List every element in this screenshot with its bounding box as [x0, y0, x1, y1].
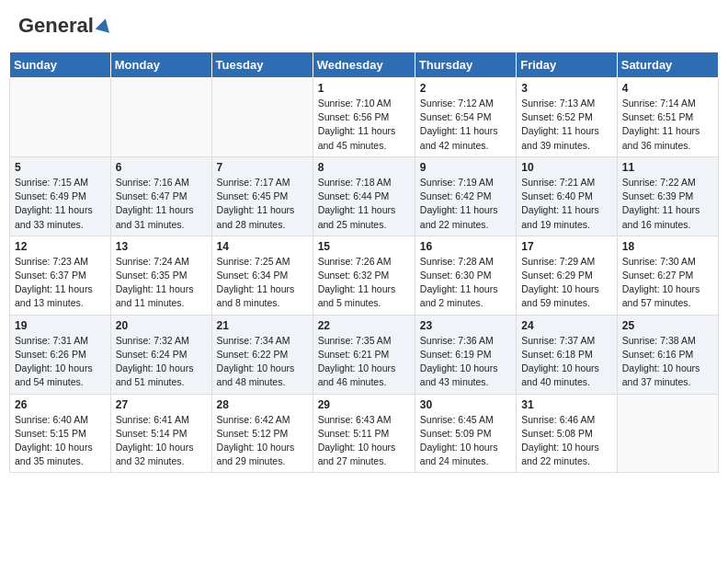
day-info: Sunrise: 7:30 AM Sunset: 6:27 PM Dayligh… — [622, 255, 713, 311]
day-info: Sunrise: 7:29 AM Sunset: 6:29 PM Dayligh… — [521, 255, 612, 311]
calendar-day-header: Tuesday — [211, 52, 313, 78]
calendar-day-cell: 5Sunrise: 7:15 AM Sunset: 6:49 PM Daylig… — [10, 156, 111, 236]
day-number: 9 — [420, 161, 511, 174]
day-info: Sunrise: 7:15 AM Sunset: 6:49 PM Dayligh… — [15, 176, 106, 232]
day-number: 14 — [217, 240, 308, 253]
calendar-day-cell: 27Sunrise: 6:41 AM Sunset: 5:14 PM Dayli… — [110, 394, 211, 473]
calendar-week-row: 26Sunrise: 6:40 AM Sunset: 5:15 PM Dayli… — [10, 394, 719, 473]
day-info: Sunrise: 7:21 AM Sunset: 6:40 PM Dayligh… — [521, 176, 612, 232]
day-number: 24 — [521, 319, 612, 332]
day-number: 4 — [622, 82, 713, 95]
calendar-day-cell: 26Sunrise: 6:40 AM Sunset: 5:15 PM Dayli… — [10, 394, 111, 473]
logo-text-general: General — [18, 14, 94, 38]
day-info: Sunrise: 7:18 AM Sunset: 6:44 PM Dayligh… — [318, 176, 410, 232]
svg-marker-0 — [96, 17, 112, 33]
day-info: Sunrise: 7:12 AM Sunset: 6:54 PM Dayligh… — [420, 97, 511, 153]
day-info: Sunrise: 7:14 AM Sunset: 6:51 PM Dayligh… — [622, 97, 713, 153]
calendar-day-cell — [617, 394, 718, 473]
day-info: Sunrise: 7:28 AM Sunset: 6:30 PM Dayligh… — [420, 255, 511, 311]
calendar-day-cell: 30Sunrise: 6:45 AM Sunset: 5:09 PM Dayli… — [415, 394, 516, 473]
day-number: 26 — [15, 398, 106, 411]
day-number: 17 — [521, 240, 612, 253]
day-number: 30 — [420, 398, 511, 411]
day-info: Sunrise: 6:42 AM Sunset: 5:12 PM Dayligh… — [217, 413, 308, 469]
calendar-day-cell: 7Sunrise: 7:17 AM Sunset: 6:45 PM Daylig… — [211, 156, 313, 236]
calendar-day-header: Wednesday — [313, 52, 415, 78]
day-info: Sunrise: 7:34 AM Sunset: 6:22 PM Dayligh… — [217, 334, 308, 390]
day-info: Sunrise: 7:25 AM Sunset: 6:34 PM Dayligh… — [217, 255, 308, 311]
day-number: 12 — [15, 240, 106, 253]
calendar-day-cell: 16Sunrise: 7:28 AM Sunset: 6:30 PM Dayli… — [415, 236, 516, 315]
calendar-day-cell: 4Sunrise: 7:14 AM Sunset: 6:51 PM Daylig… — [617, 78, 718, 157]
day-info: Sunrise: 7:32 AM Sunset: 6:24 PM Dayligh… — [116, 334, 207, 390]
day-info: Sunrise: 6:41 AM Sunset: 5:14 PM Dayligh… — [116, 413, 207, 469]
calendar-day-header: Friday — [517, 52, 618, 78]
day-info: Sunrise: 6:45 AM Sunset: 5:09 PM Dayligh… — [420, 413, 511, 469]
day-number: 13 — [116, 240, 207, 253]
calendar-day-cell: 14Sunrise: 7:25 AM Sunset: 6:34 PM Dayli… — [211, 236, 313, 315]
day-number: 29 — [318, 398, 410, 411]
calendar-day-cell: 24Sunrise: 7:37 AM Sunset: 6:18 PM Dayli… — [517, 315, 618, 394]
calendar-day-cell: 21Sunrise: 7:34 AM Sunset: 6:22 PM Dayli… — [211, 315, 313, 394]
day-info: Sunrise: 6:43 AM Sunset: 5:11 PM Dayligh… — [318, 413, 410, 469]
calendar-day-cell: 15Sunrise: 7:26 AM Sunset: 6:32 PM Dayli… — [313, 236, 415, 315]
calendar-week-row: 12Sunrise: 7:23 AM Sunset: 6:37 PM Dayli… — [10, 236, 719, 315]
calendar-day-cell: 31Sunrise: 6:46 AM Sunset: 5:08 PM Dayli… — [517, 394, 618, 473]
day-number: 5 — [15, 161, 106, 174]
day-number: 7 — [217, 161, 308, 174]
calendar-day-cell — [211, 78, 313, 157]
day-info: Sunrise: 7:16 AM Sunset: 6:47 PM Dayligh… — [116, 176, 207, 232]
day-number: 6 — [116, 161, 207, 174]
day-number: 21 — [217, 319, 308, 332]
calendar-day-cell: 6Sunrise: 7:16 AM Sunset: 6:47 PM Daylig… — [110, 156, 211, 236]
calendar-day-header: Monday — [110, 52, 211, 78]
calendar-day-cell — [110, 78, 211, 157]
day-info: Sunrise: 7:35 AM Sunset: 6:21 PM Dayligh… — [318, 334, 410, 390]
day-info: Sunrise: 7:10 AM Sunset: 6:56 PM Dayligh… — [318, 97, 410, 153]
calendar-day-cell: 19Sunrise: 7:31 AM Sunset: 6:26 PM Dayli… — [10, 315, 111, 394]
day-number: 31 — [521, 398, 612, 411]
day-number: 1 — [318, 82, 410, 95]
calendar-day-cell: 20Sunrise: 7:32 AM Sunset: 6:24 PM Dayli… — [110, 315, 211, 394]
calendar-week-row: 19Sunrise: 7:31 AM Sunset: 6:26 PM Dayli… — [10, 315, 719, 394]
page-header: General — [9, 9, 719, 42]
calendar-day-cell: 2Sunrise: 7:12 AM Sunset: 6:54 PM Daylig… — [415, 78, 516, 157]
day-info: Sunrise: 7:31 AM Sunset: 6:26 PM Dayligh… — [15, 334, 106, 390]
calendar-day-cell: 3Sunrise: 7:13 AM Sunset: 6:52 PM Daylig… — [517, 78, 618, 157]
day-number: 8 — [318, 161, 410, 174]
calendar-week-row: 1Sunrise: 7:10 AM Sunset: 6:56 PM Daylig… — [10, 78, 719, 157]
day-number: 2 — [420, 82, 511, 95]
logo-triangle-icon — [96, 17, 112, 37]
day-info: Sunrise: 6:40 AM Sunset: 5:15 PM Dayligh… — [15, 413, 106, 469]
logo: General — [18, 14, 112, 38]
calendar-day-cell: 17Sunrise: 7:29 AM Sunset: 6:29 PM Dayli… — [517, 236, 618, 315]
calendar-header-row: SundayMondayTuesdayWednesdayThursdayFrid… — [10, 52, 719, 78]
day-number: 23 — [420, 319, 511, 332]
calendar-day-cell — [10, 78, 111, 157]
day-number: 27 — [116, 398, 207, 411]
day-number: 11 — [622, 161, 713, 174]
day-info: Sunrise: 7:23 AM Sunset: 6:37 PM Dayligh… — [15, 255, 106, 311]
day-info: Sunrise: 7:19 AM Sunset: 6:42 PM Dayligh… — [420, 176, 511, 232]
calendar-day-cell: 13Sunrise: 7:24 AM Sunset: 6:35 PM Dayli… — [110, 236, 211, 315]
day-number: 15 — [318, 240, 410, 253]
day-number: 16 — [420, 240, 511, 253]
calendar-day-cell: 12Sunrise: 7:23 AM Sunset: 6:37 PM Dayli… — [10, 236, 111, 315]
day-info: Sunrise: 6:46 AM Sunset: 5:08 PM Dayligh… — [521, 413, 612, 469]
day-info: Sunrise: 7:22 AM Sunset: 6:39 PM Dayligh… — [622, 176, 713, 232]
calendar-table: SundayMondayTuesdayWednesdayThursdayFrid… — [9, 52, 719, 473]
calendar-day-cell: 10Sunrise: 7:21 AM Sunset: 6:40 PM Dayli… — [517, 156, 618, 236]
day-info: Sunrise: 7:36 AM Sunset: 6:19 PM Dayligh… — [420, 334, 511, 390]
day-number: 19 — [15, 319, 106, 332]
day-info: Sunrise: 7:37 AM Sunset: 6:18 PM Dayligh… — [521, 334, 612, 390]
calendar-day-cell: 23Sunrise: 7:36 AM Sunset: 6:19 PM Dayli… — [415, 315, 516, 394]
day-number: 25 — [622, 319, 713, 332]
day-info: Sunrise: 7:24 AM Sunset: 6:35 PM Dayligh… — [116, 255, 207, 311]
calendar-day-cell: 11Sunrise: 7:22 AM Sunset: 6:39 PM Dayli… — [617, 156, 718, 236]
calendar-day-cell: 25Sunrise: 7:38 AM Sunset: 6:16 PM Dayli… — [617, 315, 718, 394]
day-info: Sunrise: 7:38 AM Sunset: 6:16 PM Dayligh… — [622, 334, 713, 390]
calendar-day-cell: 1Sunrise: 7:10 AM Sunset: 6:56 PM Daylig… — [313, 78, 415, 157]
calendar-week-row: 5Sunrise: 7:15 AM Sunset: 6:49 PM Daylig… — [10, 156, 719, 236]
day-info: Sunrise: 7:13 AM Sunset: 6:52 PM Dayligh… — [521, 97, 612, 153]
day-info: Sunrise: 7:26 AM Sunset: 6:32 PM Dayligh… — [318, 255, 410, 311]
